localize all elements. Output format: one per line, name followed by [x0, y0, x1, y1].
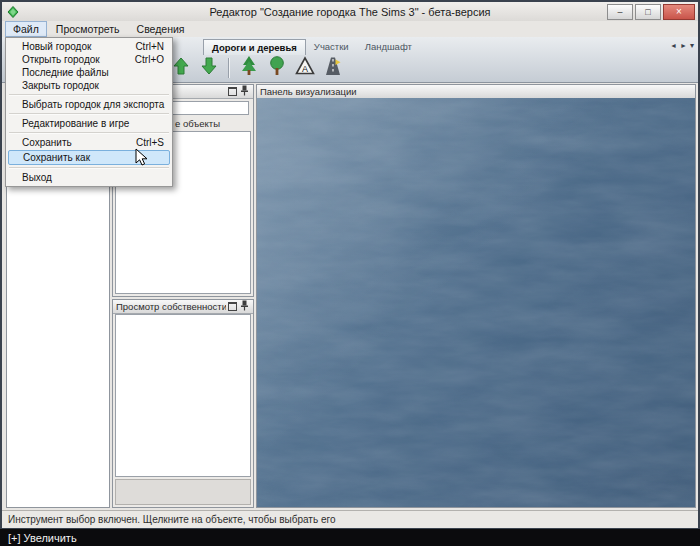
toolbar-overflow-icon[interactable]: ▾ — [690, 41, 694, 50]
place-pine-tree-button[interactable] — [236, 56, 261, 79]
road-icon — [323, 56, 343, 80]
water-render — [257, 98, 695, 507]
place-road-tool-button[interactable] — [320, 56, 345, 79]
tab-scroll-left-icon[interactable]: ◄ — [670, 42, 677, 49]
menu-item-open-town[interactable]: Открыть городок Ctrl+O — [6, 53, 172, 66]
toolbar-separator — [228, 58, 229, 78]
float-panel-button[interactable] — [226, 86, 238, 97]
file-menu-popup: Новый городок Ctrl+N Открыть городок Ctr… — [5, 37, 173, 187]
menubar-item-info[interactable]: Сведения — [129, 21, 193, 37]
screenshot-root: Редактор "Создание городка The Sims 3" -… — [0, 0, 700, 546]
image-zoom-bar: [+] Увеличить — [0, 529, 700, 546]
pine-tree-icon — [239, 55, 259, 80]
road-sign-tool-button[interactable]: А — [292, 56, 317, 79]
menu-item-export-town[interactable]: Выбрать городок для экспорта — [6, 98, 172, 111]
property-listbox[interactable] — [115, 314, 251, 477]
menubar: Файл Просмотреть Сведения — [2, 21, 698, 37]
status-text: Инструмент выбор включен. Щелкните на об… — [8, 514, 335, 525]
menubar-item-file[interactable]: Файл — [5, 21, 47, 37]
pin-panel-button[interactable] — [238, 301, 250, 312]
tool-tabs: Дороги и деревья Участки Ландшафт — [203, 39, 420, 55]
window-title: Редактор "Создание городка The Sims 3" -… — [2, 6, 698, 18]
menu-item-exit[interactable]: Выход — [6, 171, 172, 184]
render-panel-header[interactable]: Панель визуализации — [257, 85, 695, 99]
menubar-item-view[interactable]: Просмотреть — [48, 21, 128, 37]
pin-panel-button[interactable] — [238, 86, 250, 97]
statusbar: Инструмент выбор включен. Щелкните на об… — [2, 510, 698, 528]
render-panel: Панель визуализации — [256, 84, 696, 508]
app-icon — [7, 6, 19, 18]
property-panel-header[interactable]: Просмотр собственности — [113, 300, 253, 314]
pin-icon — [240, 300, 249, 313]
menu-separator — [9, 113, 169, 115]
menu-item-new-town[interactable]: Новый городок Ctrl+N — [6, 40, 172, 53]
maximize-button[interactable]: □ — [635, 4, 661, 20]
lower-tool-button[interactable] — [196, 56, 221, 79]
tab-roads-and-trees[interactable]: Дороги и деревья — [203, 39, 306, 55]
tab-lots[interactable]: Участки — [306, 39, 357, 55]
round-tree-icon — [267, 55, 287, 80]
render-viewport[interactable] — [257, 98, 695, 507]
render-panel-title: Панель визуализации — [260, 86, 692, 97]
menu-item-edit-in-game[interactable]: Редактирование в игре — [6, 117, 172, 130]
place-round-tree-button[interactable] — [264, 56, 289, 79]
window-controls: – □ × — [607, 4, 695, 20]
road-sign-icon: А — [295, 56, 315, 80]
pin-icon — [240, 85, 249, 98]
float-window-icon — [228, 87, 237, 96]
close-button[interactable]: × — [663, 4, 695, 20]
float-panel-button[interactable] — [226, 301, 238, 312]
titlebar[interactable]: Редактор "Создание городка The Sims 3" -… — [2, 2, 698, 22]
tab-terrain[interactable]: Ландшафт — [357, 39, 420, 55]
property-view-panel: Просмотр собственности — [112, 299, 254, 508]
green-arrow-down-icon — [199, 56, 219, 80]
zoom-link[interactable]: [+] Увеличить — [8, 532, 77, 544]
menu-item-save[interactable]: Сохранить Ctrl+S — [6, 136, 172, 149]
svg-text:А: А — [301, 64, 307, 74]
green-arrow-up-icon — [171, 56, 191, 80]
property-preview-box — [115, 479, 251, 505]
objects-group-label: е объекты — [175, 118, 220, 129]
float-window-icon — [228, 302, 237, 311]
menu-item-save-as[interactable]: Сохранить как — [8, 150, 170, 165]
tab-scroll-right-icon[interactable]: ► — [680, 42, 687, 49]
property-panel-title: Просмотр собственности — [116, 301, 226, 312]
menu-item-recent-files[interactable]: Последние файлы — [6, 66, 172, 79]
toolbar-icons: А — [168, 56, 345, 79]
tab-scroll-controls: ◄ ► ▾ — [670, 41, 694, 50]
menu-separator — [9, 167, 169, 169]
minimize-button[interactable]: – — [607, 4, 633, 20]
menu-separator — [9, 132, 169, 134]
menu-separator — [9, 94, 169, 96]
menu-item-close-town[interactable]: Закрыть городок — [6, 79, 172, 92]
